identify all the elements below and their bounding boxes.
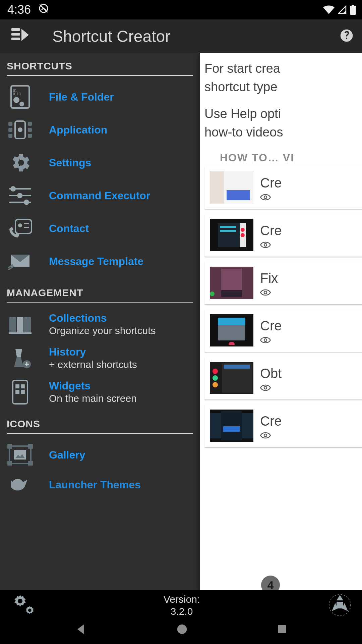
video-card-5[interactable]: Obt [204,357,362,399]
menu-message-template[interactable]: Message Template [7,245,193,278]
svg-rect-41 [15,390,19,394]
section-shortcuts-header: SHORTCUTS [7,60,193,76]
menu-collections-label: Collections [49,312,156,324]
gallery-icon [7,443,34,467]
sliders-icon [7,184,34,207]
svg-rect-31 [9,317,16,332]
widgets-icon [7,380,34,404]
menu-command-executor[interactable]: Command Executor [7,179,193,212]
svg-point-24 [24,200,28,204]
svg-rect-3 [11,28,20,31]
section-management-header: MANAGEMENT [7,287,193,303]
svg-rect-40 [21,384,25,388]
history-icon [7,346,34,370]
menu-launcher-themes[interactable]: Launcher Themes [7,471,193,498]
svg-point-54 [264,434,267,437]
menu-history-sub: + external shortcuts [49,359,137,370]
video-title-6: Cre [260,412,282,430]
wifi-icon [323,5,335,14]
svg-rect-13 [8,122,12,126]
svg-rect-58 [337,602,343,608]
nav-bar [0,621,362,644]
launcher-themes-icon [7,473,34,496]
menu-command-executor-label: Command Executor [49,190,150,202]
video-thumb-1 [210,171,253,204]
help-intro-line2: shortcut type [204,79,362,95]
dnd-icon [38,3,49,17]
help-intro-line1: For start crea [204,60,362,77]
app-title: Shortcut Creator [52,27,317,46]
application-icon [7,118,34,142]
menu-widgets-sub: On the main screen [49,393,137,404]
howto-header: HOW TO… VI [220,151,362,165]
menu-gallery[interactable]: Gallery [7,438,193,471]
video-card-2[interactable]: Cre [204,214,362,257]
video-card-3[interactable]: Fix [204,261,362,304]
video-title-2: Cre [260,222,282,239]
svg-rect-32 [17,317,23,332]
menu-settings-label: Settings [49,157,91,169]
menu-gallery-label: Gallery [49,449,85,461]
video-eye-icon-5 [260,384,282,391]
svg-point-7 [13,97,19,103]
status-time: 4:36 [7,3,31,17]
video-thumb-6 [210,410,253,442]
svg-point-26 [18,223,22,227]
menu-history-label: History [49,346,137,358]
nav-home-icon[interactable] [176,624,188,636]
share-icon[interactable] [326,592,354,619]
video-thumb-2 [210,219,253,251]
video-eye-icon-2 [260,241,282,249]
svg-rect-14 [8,128,12,132]
svg-rect-46 [7,461,12,466]
svg-point-20 [11,187,15,191]
video-card-1[interactable]: Cre [204,166,362,209]
menu-collections[interactable]: Collections Organize your shortcuts [7,307,193,341]
svg-point-50 [264,244,267,246]
menu-launcher-themes-label: Launcher Themes [49,479,141,491]
file-folder-icon: 010110 [7,85,34,109]
svg-rect-15 [8,134,12,138]
nav-back-icon[interactable] [75,623,87,637]
svg-point-52 [264,339,267,341]
menu-history[interactable]: History + external shortcuts [7,341,193,375]
menu-widgets[interactable]: Widgets On the main screen [7,375,193,409]
svg-rect-4 [11,33,20,36]
video-card-6[interactable]: Cre [204,404,362,447]
settings-gears-icon[interactable] [8,592,38,619]
video-thumb-3 [210,267,253,299]
video-eye-icon-6 [260,432,282,439]
svg-point-49 [264,196,267,199]
svg-point-51 [264,291,267,294]
status-bar: 4:36 [0,0,362,19]
collections-icon [7,313,34,336]
svg-rect-2 [352,5,354,6]
version-value: 3.2.0 [164,605,200,618]
svg-point-56 [28,609,32,612]
video-eye-icon-3 [260,289,278,296]
video-thumb-4 [210,314,253,346]
menu-application[interactable]: Application [7,113,193,146]
menu-contact[interactable]: Contact [7,212,193,245]
svg-rect-33 [24,317,31,332]
menu-message-template-label: Message Template [49,255,143,268]
svg-rect-5 [11,38,20,40]
video-card-4[interactable]: Cre [204,309,362,352]
menu-settings[interactable]: Settings [7,146,193,179]
settings-icon [7,151,34,174]
svg-point-55 [18,599,22,603]
app-logo-icon[interactable] [11,28,30,45]
help-icon[interactable] [339,28,354,44]
nav-recents-icon[interactable] [277,624,287,636]
section-icons-header: ICONS [7,418,193,434]
fab-badge-count: 4 [267,579,274,591]
svg-rect-47 [28,461,33,466]
left-pane: SHORTCUTS 010110 File & Folder Applicati… [0,53,200,590]
svg-rect-44 [7,444,12,449]
menu-file-folder[interactable]: 010110 File & Folder [7,80,193,113]
help-intro-line3: Use Help opti [204,106,362,122]
menu-collections-sub: Organize your shortcuts [49,325,156,336]
video-title-4: Cre [260,317,282,334]
video-eye-icon-4 [260,336,282,344]
svg-rect-42 [21,390,25,394]
